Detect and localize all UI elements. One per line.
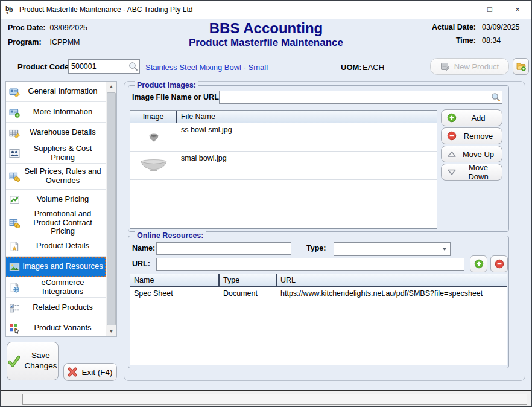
sidebar-item-volume-pricing[interactable]: Volume Pricing	[6, 190, 106, 210]
status-panel	[22, 394, 527, 405]
steel-bowl-wide-thumbnail	[130, 152, 177, 179]
red-cross-icon	[68, 367, 77, 377]
resource-name-input[interactable]	[156, 242, 291, 255]
product-images-table: Image File Name ss bowl sml.jpg smal bow…	[130, 110, 437, 229]
exit-button[interactable]: Exit (F4)	[63, 363, 117, 381]
file-name-cell: ss bowl sml.jpg	[177, 123, 437, 151]
maximize-button[interactable]: □	[476, 1, 504, 19]
sidebar-item-sell-prices-rules-overrides[interactable]: Sell Prices, Rules and Overrides	[6, 164, 106, 190]
growth-chart-icon	[9, 194, 20, 205]
sidebar-nav: General Information More Information War…	[5, 81, 117, 337]
triangle-down-icon	[447, 167, 457, 177]
exit-label: Exit (F4)	[81, 368, 112, 377]
green-plus-circle-icon	[474, 259, 484, 269]
resource-name-cell: Spec Sheet	[130, 287, 220, 301]
time-label: Time:	[432, 36, 476, 45]
move-up-button[interactable]: Move Up	[441, 146, 502, 162]
magnifier-icon[interactable]	[491, 92, 501, 102]
add-resource-button[interactable]	[470, 255, 487, 272]
remove-image-button[interactable]: Remove	[441, 127, 502, 144]
suppliers-icon	[9, 148, 20, 159]
variants-icon	[9, 323, 20, 334]
file-name-cell: smal bowl.jpg	[177, 152, 437, 179]
column-header-name[interactable]: Name	[130, 274, 220, 286]
sidebar-item-suppliers-cost-pricing[interactable]: Suppliers & Cost Pricing	[6, 143, 106, 164]
product-images-table-header: Image File Name	[130, 111, 437, 123]
image-file-input[interactable]	[219, 91, 502, 104]
close-button[interactable]: ×	[504, 1, 531, 19]
price-table-coins-icon	[9, 217, 20, 228]
column-header-file-name[interactable]: File Name	[177, 111, 437, 123]
triangle-up-icon	[447, 149, 457, 159]
title-bar: bbs Product Masterfile Maintenance - ABC…	[1, 1, 531, 19]
svg-text:s: s	[6, 11, 8, 15]
remove-resource-button[interactable]	[490, 255, 508, 272]
sidebar-item-ecommerce-integrations[interactable]: eCommerce Integrations	[6, 277, 106, 298]
time-value: 08:34	[482, 36, 527, 45]
column-header-type[interactable]: Type	[220, 274, 277, 286]
resource-type-select[interactable]	[334, 242, 451, 256]
id-card-add-icon	[9, 107, 20, 118]
scroll-up-icon[interactable]: ▲	[106, 82, 116, 92]
uom-label: UOM:	[341, 63, 362, 72]
column-header-url[interactable]: URL	[277, 274, 507, 286]
red-minus-circle-icon	[447, 131, 457, 141]
open-folder-button[interactable]	[513, 58, 529, 75]
product-code-label: Product Code:	[17, 62, 72, 71]
save-changes-button[interactable]: Save Changes	[7, 342, 59, 380]
scrollbar-thumb[interactable]	[107, 92, 116, 325]
resource-name-label: Name:	[132, 244, 155, 252]
sidebar-item-general-information[interactable]: General Information	[6, 82, 106, 102]
product-image-row[interactable]: smal bowl.jpg	[130, 152, 437, 180]
edit-form-icon	[440, 62, 450, 71]
sidebar-item-product-details[interactable]: Product Details	[6, 236, 106, 257]
svg-text:b: b	[9, 6, 13, 13]
online-resource-row[interactable]: Spec Sheet Document https://www.kitchend…	[130, 287, 507, 301]
save-changes-label: Save Changes	[24, 351, 57, 371]
table-edit-icon	[9, 127, 20, 138]
bbs-logo-icon: bbs	[5, 5, 15, 14]
window-title: Product Masterfile Maintenance - ABC Tra…	[19, 1, 192, 19]
product-image-row[interactable]: ss bowl sml.jpg	[130, 123, 437, 152]
move-down-button[interactable]: Move Down	[441, 164, 502, 181]
checklist-icon	[9, 303, 20, 313]
add-image-button[interactable]: Add	[441, 109, 502, 126]
new-product-label: New Product	[454, 62, 499, 71]
sidebar-item-product-variants[interactable]: Product Variants	[6, 318, 106, 337]
picture-icon	[9, 261, 20, 272]
resource-url-label: URL:	[132, 260, 150, 268]
product-images-legend: Product Images:	[135, 81, 198, 89]
minimize-button[interactable]: –	[448, 1, 476, 19]
product-images-group: Product Images: Image File Name or URL: …	[128, 85, 509, 232]
scroll-down-icon[interactable]: ▼	[106, 326, 116, 336]
sidebar-item-promotional-contract-pricing[interactable]: Promotional and Product Contract Pricing	[6, 210, 106, 236]
sidebar-item-more-information[interactable]: More Information	[6, 102, 106, 123]
actual-date-value: 03/09/2025	[482, 23, 527, 31]
online-resources-table-header: Name Type URL	[130, 274, 507, 287]
resource-url-cell: https://www.kitchendelights.net.au/pdf/S…	[277, 287, 507, 301]
uom-value: EACH	[363, 63, 384, 72]
magnifier-icon[interactable]	[128, 62, 138, 71]
app-window: bbs Product Masterfile Maintenance - ABC…	[0, 0, 532, 407]
online-resources-group: Online Resources: Name: Type: URL:	[128, 236, 509, 368]
chevron-down-icon	[439, 243, 450, 255]
green-plus-circle-icon	[447, 113, 457, 123]
new-product-button[interactable]: New Product	[430, 58, 509, 75]
product-description-link[interactable]: Stainless Steel Mixing Bowl - Small	[145, 63, 268, 72]
sidebar-item-warehouse-details[interactable]: Warehouse Details	[6, 123, 106, 143]
id-card-edit-icon	[9, 86, 20, 97]
actual-date-label: Actual Date:	[432, 23, 476, 31]
image-file-label: Image File Name or URL:	[132, 93, 221, 101]
steel-bowl-small-thumbnail	[130, 123, 177, 151]
resource-url-input[interactable]	[156, 258, 464, 271]
main-panel: Product Images: Image File Name or URL: …	[124, 81, 525, 381]
document-star-icon	[9, 241, 20, 252]
price-table-coins-icon	[9, 171, 20, 182]
sidebar-item-images-and-resources[interactable]: Images and Resources	[6, 257, 106, 277]
sidebar-item-related-products[interactable]: Related Products	[6, 298, 106, 318]
column-header-image[interactable]: Image	[130, 111, 177, 123]
date-time-block: Actual Date: 03/09/2025 Time: 08:34	[432, 23, 527, 45]
resource-type-label: Type:	[306, 244, 326, 252]
sidebar-scrollbar[interactable]: ▲ ▼	[106, 82, 116, 336]
status-bar	[1, 391, 531, 406]
